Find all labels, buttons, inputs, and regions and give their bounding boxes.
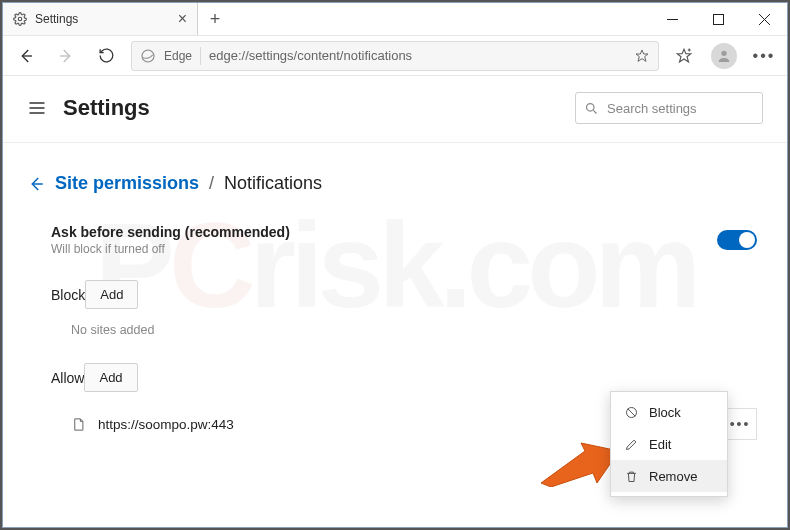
breadcrumb-parent-link[interactable]: Site permissions xyxy=(55,173,199,194)
breadcrumb-separator: / xyxy=(209,173,214,194)
page-icon xyxy=(71,417,86,432)
browser-toolbar: Edge edge://settings/content/notificatio… xyxy=(3,36,787,76)
address-prefix: Edge xyxy=(164,49,192,63)
context-remove-item[interactable]: Remove xyxy=(611,460,727,492)
close-tab-icon[interactable]: × xyxy=(178,10,187,28)
context-remove-label: Remove xyxy=(649,469,697,484)
svg-point-4 xyxy=(587,103,595,111)
block-label: Block xyxy=(51,287,85,303)
context-block-label: Block xyxy=(649,405,681,420)
block-empty-text: No sites added xyxy=(27,317,763,343)
menu-button[interactable]: ••• xyxy=(749,41,779,71)
context-block-item[interactable]: Block xyxy=(611,396,727,428)
trash-icon xyxy=(623,468,639,484)
nav-refresh-button[interactable] xyxy=(91,41,121,71)
context-edit-item[interactable]: Edit xyxy=(611,428,727,460)
address-bar[interactable]: Edge edge://settings/content/notificatio… xyxy=(131,41,659,71)
browser-tab-settings[interactable]: Settings × xyxy=(3,3,198,35)
profile-button[interactable] xyxy=(709,41,739,71)
address-url: edge://settings/content/notifications xyxy=(209,48,626,63)
breadcrumb-current: Notifications xyxy=(224,173,322,194)
svg-rect-1 xyxy=(713,14,723,24)
hamburger-icon[interactable] xyxy=(27,98,47,118)
ask-label: Ask before sending (recommended) xyxy=(51,224,290,240)
site-context-menu: Block Edit Remove xyxy=(610,391,728,497)
nav-back-button[interactable] xyxy=(11,41,41,71)
context-edit-label: Edit xyxy=(649,437,671,452)
tab-title: Settings xyxy=(35,12,78,26)
allow-label: Allow xyxy=(51,370,84,386)
title-bar: Settings × + xyxy=(3,3,787,36)
search-settings-input[interactable]: Search settings xyxy=(575,92,763,124)
page-title: Settings xyxy=(63,95,150,121)
address-divider xyxy=(200,47,201,65)
ask-before-sending-row: Ask before sending (recommended) Will bl… xyxy=(27,220,763,260)
breadcrumb-back-icon[interactable] xyxy=(27,175,45,193)
block-icon xyxy=(623,404,639,420)
nav-forward-button[interactable] xyxy=(51,41,81,71)
window-close-button[interactable] xyxy=(741,3,787,35)
search-placeholder: Search settings xyxy=(607,101,697,116)
ask-toggle[interactable] xyxy=(717,230,757,250)
allow-add-button[interactable]: Add xyxy=(84,363,137,392)
block-section-header: Block Add xyxy=(27,260,763,317)
site-more-button[interactable]: ••• xyxy=(723,408,757,440)
avatar-icon xyxy=(711,43,737,69)
gear-icon xyxy=(13,12,27,26)
svg-point-0 xyxy=(18,17,22,21)
window-minimize-button[interactable] xyxy=(649,3,695,35)
ask-sublabel: Will block if turned off xyxy=(51,242,290,256)
window-maximize-button[interactable] xyxy=(695,3,741,35)
new-tab-button[interactable]: + xyxy=(198,3,232,35)
favorite-icon[interactable] xyxy=(634,48,650,64)
favorites-button[interactable] xyxy=(669,41,699,71)
search-icon xyxy=(584,101,599,116)
edge-logo-icon xyxy=(140,48,156,64)
settings-header: Settings Search settings xyxy=(3,76,787,143)
edit-icon xyxy=(623,436,639,452)
svg-point-3 xyxy=(721,50,726,55)
block-add-button[interactable]: Add xyxy=(85,280,138,309)
breadcrumb: Site permissions / Notifications xyxy=(27,173,763,194)
